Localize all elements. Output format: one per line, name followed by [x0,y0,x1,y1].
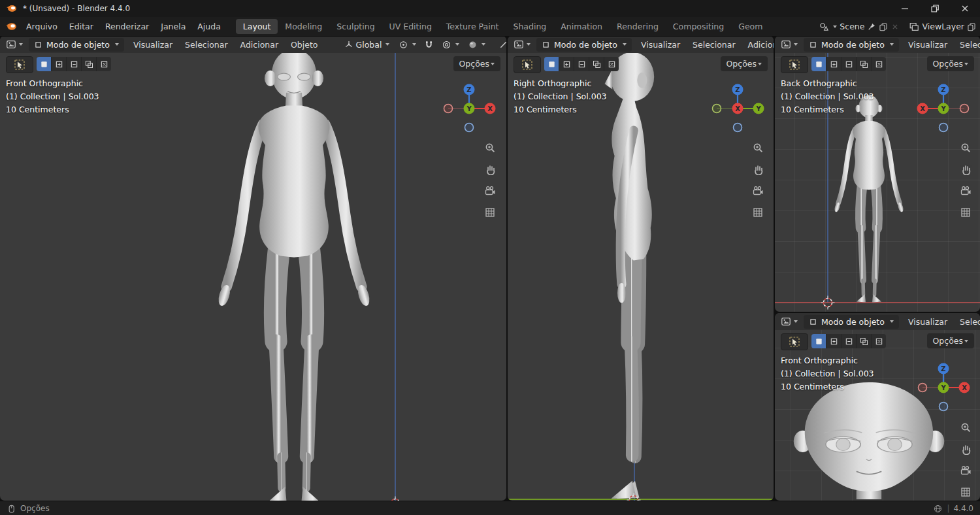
zoom-icon[interactable] [959,421,972,434]
select-mode-set[interactable] [544,57,559,71]
select-mode-subtract[interactable] [841,57,857,71]
menu-visualizar[interactable]: Visualizar [903,317,953,327]
select-mode-intersect[interactable] [97,57,111,71]
grid-toggle-icon[interactable] [959,486,972,499]
tab-shading[interactable]: Shading [506,19,554,34]
proportional-edit-dropdown[interactable] [438,40,463,50]
select-mode-invert[interactable] [857,334,872,348]
options-dropdown[interactable]: Opções [927,56,975,71]
editor-type-button[interactable] [779,316,800,327]
viewport-back[interactable]: Modo de objeto Visualizar Selecionar Opç… [775,36,980,312]
select-mode-invert[interactable] [82,57,97,71]
select-mode-set[interactable] [811,57,826,71]
zoom-icon[interactable] [751,141,764,154]
tab-modeling[interactable]: Modeling [278,19,329,34]
menu-visualizar[interactable]: Visualizar [636,40,685,50]
menu-selecionar[interactable]: Selecionar [180,40,233,50]
viewport-right[interactable]: Modo de objeto Visualizar Selecionar Adi… [508,36,774,501]
pan-hand-icon[interactable] [483,163,497,176]
viewport-front[interactable]: Modo de objeto Visualizar Selecionar Adi… [0,36,506,501]
select-mode-subtract[interactable] [574,57,589,71]
select-mode-intersect[interactable] [872,57,886,71]
network-icon[interactable] [933,504,943,514]
select-mode-intersect[interactable] [872,334,886,348]
menu-visualizar[interactable]: Visualizar [128,40,178,50]
blender-menu-icon[interactable] [5,20,18,33]
orientation-dropdown[interactable]: Global [341,40,393,50]
tab-geometry-nodes[interactable]: Geom [731,19,770,34]
pan-hand-icon[interactable] [959,163,972,176]
menu-arquivo[interactable]: Arquivo [20,22,63,31]
close-button[interactable] [950,0,980,17]
camera-view-icon[interactable] [959,184,972,197]
minimize-button[interactable] [890,0,920,17]
shading-dropdown[interactable] [465,40,489,50]
select-mode-extend[interactable] [826,57,841,71]
active-tool-select-box[interactable] [781,56,808,73]
select-mode-extend[interactable] [826,334,841,348]
select-mode-subtract[interactable] [841,334,857,348]
model-back-view[interactable] [813,90,924,312]
active-tool-select-box[interactable] [6,56,33,73]
snap-target-dropdown[interactable] [395,40,419,50]
viewport-head[interactable]: Modo de objeto Visualizar Selecionar Opç… [775,313,980,501]
select-mode-extend[interactable] [52,57,67,71]
menu-janela[interactable]: Janela [155,22,191,31]
tab-animation[interactable]: Animation [553,19,610,34]
menu-visualizar[interactable]: Visualizar [903,40,953,50]
camera-view-icon[interactable] [483,184,497,197]
viewlayer-selector[interactable]: ViewLayer [909,22,976,32]
editor-type-button[interactable] [512,39,532,50]
active-tool-select-box[interactable] [514,56,541,73]
tab-layout[interactable]: Layout [236,19,278,34]
menu-selecionar[interactable]: Selecionar [687,40,741,50]
pan-hand-icon[interactable] [751,163,764,176]
new-scene-icon[interactable] [879,22,888,31]
unlink-scene-icon[interactable] [890,22,900,31]
tab-uv-editing[interactable]: UV Editing [382,19,439,34]
editor-type-button[interactable] [4,39,25,50]
tab-sculpting[interactable]: Sculpting [329,19,382,34]
pin-icon[interactable] [867,22,876,31]
menu-renderizar[interactable]: Renderizar [99,22,155,31]
mode-dropdown[interactable]: Modo de objeto [804,38,899,52]
mode-dropdown[interactable]: Modo de objeto [804,315,899,329]
camera-view-icon[interactable] [959,464,972,477]
menu-selecionar[interactable]: Selecionar [955,317,980,327]
select-mode-set[interactable] [811,334,826,348]
menu-ajuda[interactable]: Ajuda [191,22,227,31]
menu-selecionar[interactable]: Selecionar [955,40,980,50]
active-tool-select-box[interactable] [781,333,808,350]
select-mode-invert[interactable] [589,57,604,71]
overlays-dropdown[interactable] [495,40,506,50]
grid-toggle-icon[interactable] [483,206,497,219]
menu-objeto[interactable]: Objeto [286,40,323,50]
select-mode-intersect[interactable] [604,57,619,71]
model-front-view[interactable] [172,37,416,501]
navigation-gizmo[interactable]: Z Y X [708,79,767,138]
menu-adicionar[interactable]: Adicionar [743,40,774,50]
tab-texture-paint[interactable]: Texture Paint [439,19,506,34]
tab-compositing[interactable]: Compositing [666,19,731,34]
navigation-gizmo[interactable]: Z X Y [914,358,973,417]
options-dropdown[interactable]: Opções [721,56,768,71]
select-mode-subtract[interactable] [67,57,82,71]
model-side-view[interactable] [574,39,687,501]
new-viewlayer-icon[interactable] [967,22,976,31]
snap-toggle-button[interactable] [422,40,436,50]
select-mode-invert[interactable] [857,57,872,71]
options-dropdown[interactable]: Opções [453,56,501,71]
select-mode-extend[interactable] [559,57,574,71]
select-mode-set[interactable] [37,57,52,71]
zoom-icon[interactable] [483,141,497,154]
scene-selector[interactable]: Scene [819,22,900,32]
options-dropdown[interactable]: Opções [927,333,975,348]
grid-toggle-icon[interactable] [959,206,972,219]
menu-editar[interactable]: Editar [63,22,99,31]
navigation-gizmo[interactable]: Z X Y [914,79,973,138]
tab-rendering[interactable]: Rendering [610,19,666,34]
pan-hand-icon[interactable] [959,442,972,456]
mode-dropdown[interactable]: Modo de objeto [29,38,124,52]
camera-view-icon[interactable] [751,184,764,197]
mode-dropdown[interactable]: Modo de objeto [536,38,632,52]
